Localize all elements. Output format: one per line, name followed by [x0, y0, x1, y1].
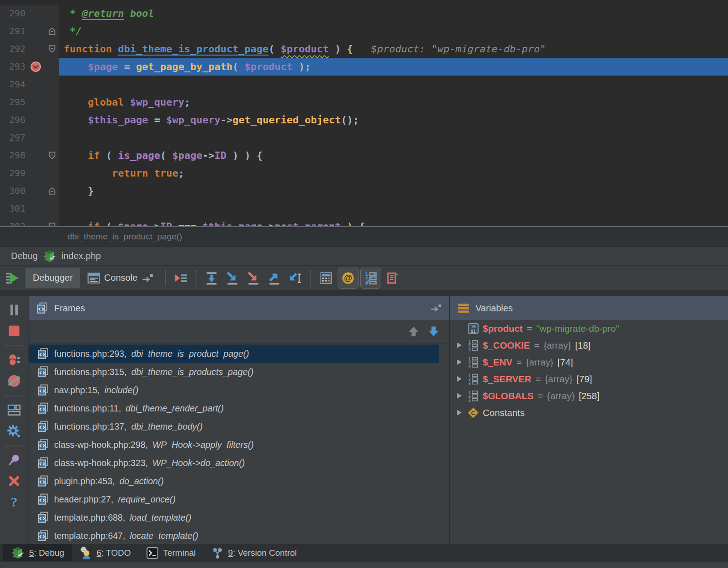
code-line[interactable]: 296 $this_page = $wp_query->get_queried_…	[0, 111, 728, 129]
editor-gutter[interactable]: 296	[0, 111, 59, 129]
code-line[interactable]: 298 if ( is_page( $page->ID ) ) {	[0, 147, 728, 164]
code-text[interactable]: return true;	[59, 164, 728, 182]
expand-triangle-icon[interactable]	[453, 392, 465, 400]
code-text[interactable]: if ( $page->ID === $this_page->post_pare…	[59, 218, 728, 226]
previous-frame-icon[interactable]	[407, 325, 420, 338]
variables-menu-icon[interactable]	[457, 303, 470, 314]
variable-row[interactable]: 1001$product="wp-migrate-db-pro"	[450, 320, 728, 337]
rerun-button[interactable]	[0, 271, 25, 285]
code-text[interactable]: }	[59, 182, 728, 200]
step-over-button[interactable]	[201, 268, 222, 288]
code-line[interactable]: 299 return true;	[0, 164, 728, 182]
code-line[interactable]: 290 * @return bool	[0, 5, 728, 22]
code-text[interactable]	[59, 129, 728, 147]
frame-row[interactable]: template.php:688, load_template()	[29, 508, 439, 527]
variable-row[interactable]: 123$GLOBALS={array}[258]	[450, 387, 728, 404]
editor-gutter[interactable]: 299	[0, 164, 59, 182]
fold-marker-icon[interactable]	[46, 187, 58, 195]
hide-panel-icon[interactable]	[430, 304, 442, 312]
line-number[interactable]: 295	[0, 93, 25, 111]
view-breakpoints-button[interactable]	[7, 353, 21, 367]
expand-triangle-icon[interactable]	[453, 409, 465, 416]
code-line[interactable]: 297	[0, 129, 728, 147]
fold-marker-icon[interactable]	[46, 151, 58, 160]
editor-gutter[interactable]: 302	[0, 218, 59, 226]
step-out-button[interactable]	[264, 268, 285, 288]
code-text[interactable]: $this_page = $wp_query->get_queried_obje…	[59, 111, 728, 129]
line-number[interactable]: 290	[0, 5, 25, 22]
code-editor[interactable]: 290 * @return bool291 */292function dbi_…	[0, 0, 728, 226]
evaluate-expression-button[interactable]	[316, 268, 337, 288]
constants-row[interactable]: CConstants	[450, 404, 728, 421]
pin-button[interactable]	[7, 453, 21, 467]
code-text[interactable]: * @return bool	[59, 5, 728, 22]
stop-button[interactable]	[7, 324, 21, 338]
line-number[interactable]: 291	[0, 22, 25, 40]
show-values-inline-button[interactable]: @	[338, 268, 359, 289]
code-line[interactable]: 294	[0, 76, 728, 93]
expand-triangle-icon[interactable]	[453, 341, 465, 349]
toolwindow-tab-version-control[interactable]: 9: Version Control	[203, 544, 304, 561]
variable-row[interactable]: 123$_SERVER={array}[79]	[450, 370, 728, 387]
code-text[interactable]: $page = get_page_by_path( $product );	[59, 58, 728, 76]
editor-gutter[interactable]: 291	[0, 22, 59, 40]
variable-row[interactable]: 123$_ENV={array}[74]	[450, 354, 728, 370]
line-number[interactable]: 302	[0, 218, 25, 226]
fold-marker-icon[interactable]	[46, 27, 58, 36]
step-into-button[interactable]	[222, 268, 243, 288]
code-text[interactable]: */	[59, 22, 728, 40]
code-line[interactable]: 293 $page = get_page_by_path( $product )…	[0, 58, 728, 76]
tab-debugger[interactable]: Debugger	[25, 268, 80, 288]
toolwindow-tab-todo[interactable]: 6: TODO	[72, 544, 138, 561]
close-button[interactable]	[7, 474, 21, 488]
show-execution-point-button[interactable]	[170, 268, 191, 288]
restore-layout-button[interactable]	[382, 268, 403, 288]
toolwindow-tab-terminal[interactable]: Terminal	[138, 544, 203, 561]
pause-button[interactable]	[7, 303, 21, 317]
code-line[interactable]: 291 */	[0, 22, 728, 40]
line-number[interactable]: 298	[0, 147, 25, 164]
variable-row[interactable]: 123$_COOKIE={array}[18]	[450, 337, 728, 354]
editor-gutter[interactable]: 300	[0, 182, 59, 200]
editor-gutter[interactable]: 295	[0, 93, 59, 111]
line-number[interactable]: 300	[0, 182, 25, 200]
code-line[interactable]: 295 global $wp_query;	[0, 93, 728, 111]
line-number[interactable]: 292	[0, 40, 25, 58]
breakpoint-icon[interactable]	[25, 61, 46, 72]
tab-console[interactable]: Console	[80, 268, 161, 288]
line-number[interactable]: 293	[0, 58, 25, 76]
editor-gutter[interactable]: 301	[0, 200, 59, 218]
line-number[interactable]: 299	[0, 164, 25, 182]
code-line[interactable]: 301	[0, 200, 728, 218]
code-text[interactable]: global $wp_query;	[59, 93, 728, 111]
sort-values-button[interactable]: 123	[360, 268, 381, 289]
code-text[interactable]	[59, 76, 728, 93]
frame-row[interactable]: plugin.php:453, do_action()	[29, 472, 439, 490]
frame-row[interactable]: nav.php:15, include()	[29, 381, 439, 399]
code-text[interactable]	[59, 200, 728, 218]
line-number[interactable]: 294	[0, 76, 25, 93]
frame-row[interactable]: template.php:647, locate_template()	[29, 527, 439, 544]
line-number[interactable]: 296	[0, 111, 25, 129]
editor-gutter[interactable]: 290	[0, 5, 59, 22]
toolwindow-tab-debug[interactable]: 5: Debug	[3, 544, 72, 561]
settings-button[interactable]	[7, 424, 21, 438]
restore-windows-button[interactable]	[7, 403, 21, 417]
frame-row[interactable]: functions.php:11, dbi_theme_render_part(…	[29, 399, 439, 417]
expand-triangle-icon[interactable]	[453, 358, 465, 366]
line-number[interactable]: 301	[0, 200, 25, 218]
mute-breakpoints-button[interactable]	[7, 374, 21, 388]
next-frame-icon[interactable]	[427, 325, 440, 338]
fold-marker-icon[interactable]	[46, 45, 58, 53]
frame-row[interactable]: header.php:27, require_once()	[29, 490, 439, 508]
frame-row[interactable]: functions.php:293, dbi_theme_is_product_…	[29, 345, 439, 363]
code-text[interactable]: if ( is_page( $page->ID ) ) {	[59, 147, 728, 164]
code-line[interactable]: 300 }	[0, 182, 728, 200]
frame-row[interactable]: functions.php:137, dbi_theme_body()	[29, 417, 439, 436]
expand-triangle-icon[interactable]	[453, 375, 465, 383]
run-to-cursor-button[interactable]	[285, 268, 306, 288]
help-button[interactable]: ?	[7, 495, 21, 509]
code-line[interactable]: 292function dbi_theme_is_product_page( $…	[0, 40, 728, 58]
editor-gutter[interactable]: 294	[0, 76, 59, 93]
code-text[interactable]: function dbi_theme_is_product_page( $pro…	[59, 40, 728, 58]
